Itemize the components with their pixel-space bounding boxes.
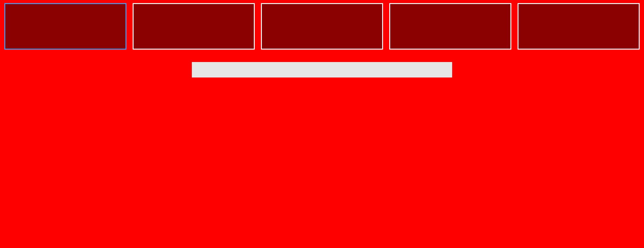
flash-player-32-button[interactable] <box>4 3 126 50</box>
flash-player-9-button[interactable] <box>389 3 511 50</box>
flash-player-8-button[interactable] <box>518 3 640 50</box>
flash-player-10-button[interactable] <box>261 3 383 50</box>
player-button-row <box>0 0 644 50</box>
flash-player-11-button[interactable] <box>133 3 255 50</box>
progress-bar <box>192 62 452 78</box>
